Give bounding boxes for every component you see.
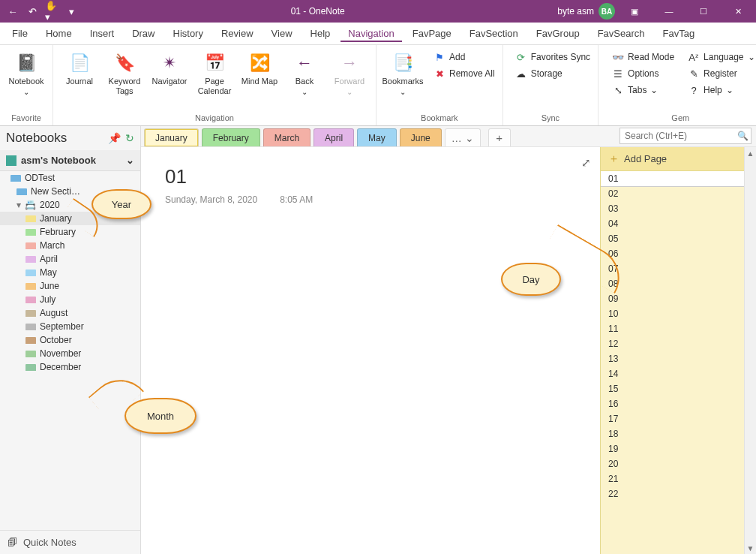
add-section-button[interactable]: +	[488, 128, 511, 146]
page-item-13[interactable]: 13	[601, 351, 744, 366]
tab-june[interactable]: June	[400, 128, 442, 146]
quick-notes[interactable]: 🗐 Quick Notes	[0, 530, 140, 554]
tab-february[interactable]: February	[202, 128, 260, 146]
ribbon-small-label: Tabs	[628, 85, 646, 95]
ribbon-notebook[interactable]: 📓Notebook⌄	[4, 50, 48, 98]
ribbon-keyword-tags[interactable]: 🔖Keyword Tags	[103, 50, 146, 98]
tree-node-february[interactable]: February	[0, 225, 140, 239]
tree-node-april[interactable]: April	[0, 252, 140, 266]
ribbon-register[interactable]: ✎Register	[685, 66, 756, 81]
page-item-11[interactable]: 11	[601, 321, 744, 336]
page-item-01[interactable]: 01	[601, 171, 744, 186]
menu-favgroup[interactable]: FavGroup	[529, 25, 587, 42]
page-item-17[interactable]: 17	[601, 411, 744, 426]
qat-customize-icon[interactable]: ▾	[64, 5, 78, 18]
menu-home[interactable]: Home	[38, 25, 80, 42]
ribbon-storage[interactable]: ☁Storage	[512, 66, 593, 81]
page-canvas[interactable]: ⤢ 01 Sunday, March 8, 2020 8:05 AM	[141, 147, 600, 554]
touch-mode-icon[interactable]: ✋▾	[45, 5, 58, 18]
page-item-15[interactable]: 15	[601, 381, 744, 396]
ribbon-display-icon[interactable]: ▣	[620, 0, 650, 23]
scroll-down-icon[interactable]: ▼	[745, 542, 756, 554]
menu-navigation[interactable]: Navigation	[340, 25, 401, 42]
tree-node-may[interactable]: May	[0, 266, 140, 279]
menu-history[interactable]: History	[166, 25, 211, 42]
ribbon-page-calendar[interactable]: 📅Page Calendar	[193, 50, 236, 98]
menu-favsection[interactable]: FavSection	[462, 25, 526, 42]
ribbon-journal[interactable]: 📄Journal	[58, 50, 101, 88]
search-icon[interactable]: 🔍	[737, 131, 748, 141]
page-item-07[interactable]: 07	[601, 261, 744, 276]
scroll-up-icon[interactable]: ▲	[745, 147, 756, 159]
page-list-scrollbar[interactable]: ▲ ▼	[744, 147, 756, 554]
page-item-12[interactable]: 12	[601, 336, 744, 351]
forward-icon: →	[338, 51, 362, 75]
ribbon-tabs[interactable]: ⤡Tabs ⌄	[609, 83, 677, 98]
page-title[interactable]: 01	[165, 165, 576, 188]
ribbon-navigator[interactable]: ✴Navigator	[148, 50, 191, 88]
ribbon-language[interactable]: AᶻLanguage ⌄	[685, 50, 756, 65]
tab-march[interactable]: March	[263, 128, 310, 146]
maximize-button[interactable]: ☐	[688, 0, 718, 23]
tree-node-october[interactable]: October	[0, 333, 140, 347]
menu-insert[interactable]: Insert	[82, 25, 122, 42]
menu-favsearch[interactable]: FavSearch	[590, 25, 652, 42]
page-item-16[interactable]: 16	[601, 396, 744, 411]
fullscreen-icon[interactable]: ⤢	[581, 156, 591, 170]
page-item-03[interactable]: 03	[601, 201, 744, 216]
page-item-14[interactable]: 14	[601, 366, 744, 381]
sync-status-icon[interactable]: ↻	[125, 132, 134, 144]
menu-favtag[interactable]: FavTag	[656, 25, 703, 42]
tab-may[interactable]: May	[357, 128, 397, 146]
search-input[interactable]	[625, 131, 737, 141]
tree-node-june[interactable]: June	[0, 279, 140, 293]
page-item-08[interactable]: 08	[601, 276, 744, 291]
menu-review[interactable]: Review	[214, 25, 261, 42]
ribbon-add[interactable]: ⚑Add	[430, 50, 498, 65]
menu-file[interactable]: File	[4, 25, 35, 42]
tab-january[interactable]: January	[144, 128, 199, 146]
page-item-21[interactable]: 21	[601, 471, 744, 486]
page-item-20[interactable]: 20	[601, 456, 744, 471]
ribbon-help[interactable]: ?Help ⌄	[685, 83, 756, 98]
page-item-05[interactable]: 05	[601, 231, 744, 246]
tree-node-odtest[interactable]: ODTest	[0, 171, 140, 185]
pin-icon[interactable]: 📌	[108, 132, 121, 144]
ribbon-favorites-sync[interactable]: ⟳Favorites Sync	[512, 50, 593, 65]
avatar[interactable]: BA	[598, 3, 615, 20]
minimize-button[interactable]: —	[654, 0, 684, 23]
tree-node-december[interactable]: December	[0, 360, 140, 374]
close-button[interactable]: ✕	[723, 0, 753, 23]
menu-help[interactable]: Help	[303, 25, 338, 42]
tree-node-september[interactable]: September	[0, 320, 140, 333]
page-item-10[interactable]: 10	[601, 306, 744, 321]
add-page-button[interactable]: ＋ Add Page	[601, 147, 744, 171]
ribbon-read-mode[interactable]: 👓Read Mode	[609, 50, 677, 65]
tree-node-july[interactable]: July	[0, 293, 140, 306]
notebook-selector[interactable]: asm's Notebook ⌄	[0, 150, 140, 171]
ribbon-mind-map[interactable]: 🔀Mind Map	[238, 50, 281, 88]
tree-node-november[interactable]: November	[0, 347, 140, 360]
page-item-09[interactable]: 09	[601, 291, 744, 306]
menu-favpage[interactable]: FavPage	[405, 25, 459, 42]
menu-view[interactable]: View	[264, 25, 300, 42]
menu-draw[interactable]: Draw	[124, 25, 162, 42]
tabs-overflow[interactable]: … ⌄	[445, 128, 481, 146]
tab-april[interactable]: April	[314, 128, 354, 146]
page-item-22[interactable]: 22	[601, 486, 744, 501]
page-item-04[interactable]: 04	[601, 216, 744, 231]
tree-node-august[interactable]: August	[0, 306, 140, 320]
page-item-19[interactable]: 19	[601, 441, 744, 456]
search-box[interactable]: 🔍	[620, 128, 752, 144]
ribbon-remove-all[interactable]: ✖Remove All	[430, 66, 498, 81]
tree-node-march[interactable]: March	[0, 239, 140, 252]
ribbon-options[interactable]: ☰Options	[609, 66, 677, 81]
ribbon-bookmarks[interactable]: 📑Bookmarks⌄	[381, 50, 424, 98]
undo-icon[interactable]: ↶	[26, 5, 39, 18]
ribbon-back[interactable]: ←Back⌄	[283, 50, 326, 98]
page-item-06[interactable]: 06	[601, 246, 744, 261]
back-icon[interactable]: ←	[6, 5, 20, 18]
page-item-18[interactable]: 18	[601, 426, 744, 441]
user-name[interactable]: byte asm	[557, 6, 594, 17]
page-item-02[interactable]: 02	[601, 186, 744, 201]
